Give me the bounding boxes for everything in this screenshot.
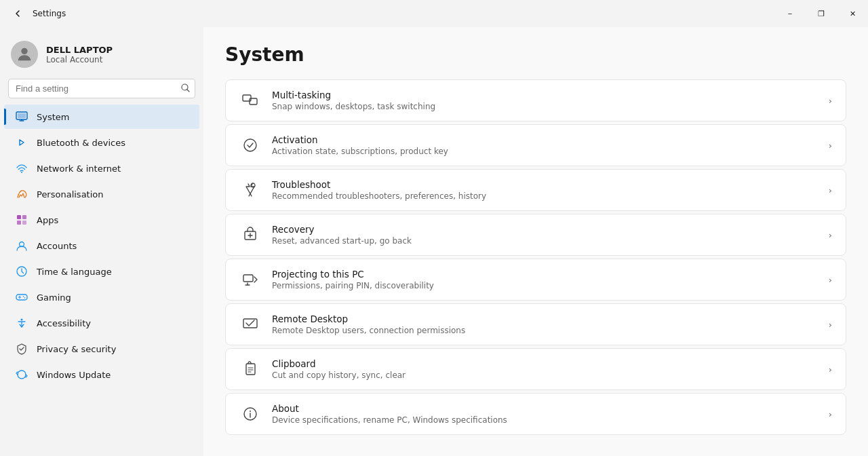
svg-rect-8 [17,215,21,219]
user-name: DELL LAPTOP [46,45,113,55]
activation-text: Activation Activation state, subscriptio… [272,134,818,156]
settings-item-multitasking[interactable]: Multi-tasking Snap windows, desktops, ta… [225,79,846,121]
search-icon [181,83,190,94]
main-content: System Multi-tasking Snap windows, deskt… [203,27,868,456]
recovery-text: Recovery Reset, advanced start-up, go ba… [272,224,818,246]
troubleshoot-title: Troubleshoot [272,179,818,190]
clipboard-icon [239,358,261,380]
sidebar-item-label-apps: Apps [37,215,58,225]
sidebar-item-network[interactable]: Network & internet [4,156,199,180]
chevron-right-icon: › [829,96,832,106]
time-icon [15,265,28,278]
svg-point-19 [21,319,23,321]
svg-rect-28 [243,319,257,328]
about-icon [239,403,261,425]
sidebar-item-time[interactable]: Time & language [4,259,199,284]
about-title: About [272,403,818,414]
sidebar-item-label-network: Network & internet [37,164,121,174]
back-button[interactable] [8,4,27,23]
sidebar-item-label-time: Time & language [37,267,112,277]
apps-icon [15,213,28,227]
search-input[interactable] [8,79,195,98]
close-button[interactable]: ✕ [837,0,868,27]
restore-button[interactable]: ❐ [806,0,837,27]
chevron-right-icon: › [829,140,832,151]
chevron-right-icon: › [829,185,832,195]
gaming-icon [15,290,28,304]
svg-rect-6 [18,113,26,118]
remote-desktop-desc: Remote Desktop users, connection permiss… [272,326,818,335]
window-controls: − ❐ ✕ [774,0,868,27]
user-account: Local Account [46,55,113,64]
user-info: DELL LAPTOP Local Account [46,45,113,64]
minimize-button[interactable]: − [774,0,806,27]
projecting-icon [239,269,261,290]
sidebar-item-gaming[interactable]: Gaming [4,285,199,309]
settings-item-about[interactable]: About Device specifications, rename PC, … [225,393,846,435]
search-box [8,79,195,98]
sidebar-item-system[interactable]: System [4,104,199,129]
projecting-desc: Permissions, pairing PIN, discoverabilit… [272,281,818,290]
sidebar-item-label-gaming: Gaming [37,292,71,303]
privacy-icon [15,342,28,356]
chevron-right-icon: › [829,275,832,285]
accessibility-icon [15,316,28,330]
page-title: System [225,43,846,66]
svg-rect-9 [22,215,26,219]
settings-item-recovery[interactable]: Recovery Reset, advanced start-up, go ba… [225,214,846,256]
sidebar-item-privacy[interactable]: Privacy & security [4,337,199,361]
settings-item-troubleshoot[interactable]: Troubleshoot Recommended troubleshooters… [225,169,846,211]
svg-line-2 [187,90,189,92]
recovery-title: Recovery [272,224,818,235]
network-icon [15,162,28,175]
svg-point-22 [244,139,256,151]
sidebar: DELL LAPTOP Local Account [0,27,203,456]
svg-rect-14 [16,294,27,300]
recovery-desc: Reset, advanced start-up, go back [272,236,818,246]
sidebar-item-accounts[interactable]: Accounts [4,233,199,258]
settings-item-activation[interactable]: Activation Activation state, subscriptio… [225,124,846,166]
update-icon [15,368,28,381]
sidebar-item-label-accounts: Accounts [37,241,77,251]
sidebar-item-label-update: Windows Update [37,370,111,380]
remote-desktop-title: Remote Desktop [272,314,818,324]
svg-point-35 [250,411,251,412]
multitasking-title: Multi-tasking [272,90,818,100]
sidebar-item-personalisation[interactable]: Personalisation [4,182,199,206]
settings-item-clipboard[interactable]: Clipboard Cut and copy history, sync, cl… [225,348,846,390]
remote-desktop-icon [239,314,261,335]
multitasking-icon [239,90,261,111]
settings-item-remote-desktop[interactable]: Remote Desktop Remote Desktop users, con… [225,303,846,345]
settings-item-projecting[interactable]: Projecting to this PC Permissions, pairi… [225,259,846,301]
projecting-text: Projecting to this PC Permissions, pairi… [272,269,818,290]
troubleshoot-desc: Recommended troubleshooters, preferences… [272,191,818,201]
accounts-icon [15,239,28,252]
activation-icon [239,134,261,156]
settings-list: Multi-tasking Snap windows, desktops, ta… [225,79,846,435]
chevron-right-icon: › [829,364,832,375]
user-section[interactable]: DELL LAPTOP Local Account [0,33,203,79]
sidebar-item-apps[interactable]: Apps [4,208,199,232]
sidebar-item-label-bluetooth: Bluetooth & devices [37,138,125,148]
sidebar-item-label-accessibility: Accessibility [37,318,91,328]
personalisation-icon [15,187,28,201]
sidebar-item-accessibility[interactable]: Accessibility [4,311,199,335]
bluetooth-icon [15,136,28,149]
svg-point-0 [21,48,27,54]
svg-point-18 [24,297,26,299]
clipboard-text: Clipboard Cut and copy history, sync, cl… [272,358,818,380]
remote-desktop-text: Remote Desktop Remote Desktop users, con… [272,314,818,335]
about-desc: Device specifications, rename PC, Window… [272,415,818,425]
svg-point-7 [21,172,22,173]
system-icon [15,110,28,124]
chevron-right-icon: › [829,320,832,330]
sidebar-item-bluetooth[interactable]: Bluetooth & devices [4,130,199,155]
app-body: DELL LAPTOP Local Account [0,27,868,456]
multitasking-desc: Snap windows, desktops, task switching [272,102,818,111]
clipboard-desc: Cut and copy history, sync, clear [272,370,818,380]
sidebar-item-update[interactable]: Windows Update [4,362,199,387]
multitasking-text: Multi-tasking Snap windows, desktops, ta… [272,90,818,111]
chevron-right-icon: › [829,409,832,419]
activation-title: Activation [272,134,818,145]
sidebar-item-label-system: System [37,112,69,122]
